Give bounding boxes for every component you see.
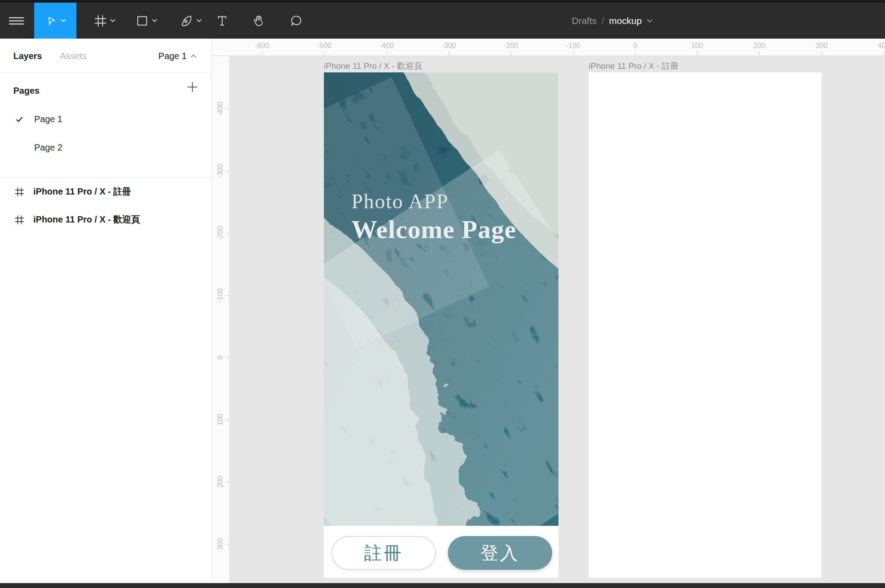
ruler-label: -400 xyxy=(379,42,394,50)
bottom-bar xyxy=(0,583,885,588)
frame-signup[interactable] xyxy=(589,72,821,578)
chevron-up-icon xyxy=(191,54,196,58)
ruler-label: -100 xyxy=(216,288,224,302)
ocean-photo-graphic xyxy=(324,72,558,526)
breadcrumb: Drafts / mockup xyxy=(572,3,653,39)
layer-item-frame-signup[interactable]: iPhone 11 Pro / X - 註冊 xyxy=(0,182,211,202)
frame-tool-button[interactable] xyxy=(84,3,124,39)
tab-assets[interactable]: Assets xyxy=(60,39,87,73)
ruler-label: 0 xyxy=(634,42,638,50)
move-icon xyxy=(44,14,58,28)
comment-icon xyxy=(290,14,303,28)
chevron-down-icon[interactable] xyxy=(647,19,653,23)
text-tool-button[interactable] xyxy=(212,3,232,39)
login-button[interactable]: 登入 xyxy=(448,536,552,570)
hand-tool-button[interactable] xyxy=(249,3,268,39)
horizontal-ruler: -600 -500 -400 -300 -200 -100 0 100 200 … xyxy=(212,39,885,56)
ruler-label: 0 xyxy=(216,356,224,360)
add-page-button[interactable] xyxy=(186,80,199,94)
breadcrumb-file-name[interactable]: mockup xyxy=(609,16,642,26)
hand-icon xyxy=(252,14,265,28)
shape-tool-button[interactable] xyxy=(126,3,166,39)
app-title-text-layer[interactable]: Photo APP xyxy=(351,191,449,212)
ruler-label: -200 xyxy=(504,42,518,50)
ruler-label: -400 xyxy=(216,102,224,116)
main-menu-button[interactable] xyxy=(5,3,28,39)
rectangle-icon xyxy=(136,14,149,28)
page-title-text-layer[interactable]: Welcome Page xyxy=(351,216,516,243)
ruler-label: 200 xyxy=(216,476,224,488)
text-icon xyxy=(215,14,229,28)
ruler-label: 200 xyxy=(753,42,765,50)
left-sidebar: Layers Assets Page 1 Pages Page 1 Page 2… xyxy=(0,39,212,583)
frame-icon xyxy=(14,187,25,197)
chevron-down-icon xyxy=(61,19,66,22)
layer-item-label: iPhone 11 Pro / X - 歡迎頁 xyxy=(33,214,140,226)
ruler-label: 300 xyxy=(816,42,828,50)
frame-icon xyxy=(94,14,107,28)
chevron-down-icon xyxy=(110,19,116,22)
move-tool-button[interactable] xyxy=(34,3,76,39)
frame-title-welcome[interactable]: iPhone 11 Pro / X - 歡迎頁 xyxy=(324,60,422,72)
plus-icon xyxy=(187,81,198,93)
page-item-label: Page 2 xyxy=(34,143,62,153)
ruler-label: -300 xyxy=(442,42,456,50)
breadcrumb-separator: / xyxy=(602,16,604,26)
layer-item-frame-welcome[interactable]: iPhone 11 Pro / X - 歡迎頁 xyxy=(0,210,211,230)
chevron-down-icon xyxy=(152,19,157,22)
ruler-label: -100 xyxy=(566,42,580,50)
vertical-ruler: -400 -300 -200 -100 0 100 200 300 xyxy=(212,39,230,583)
layer-item-label: iPhone 11 Pro / X - 註冊 xyxy=(33,186,131,198)
comment-tool-button[interactable] xyxy=(287,3,306,39)
page-selector[interactable]: Page 1 xyxy=(159,39,196,73)
ruler-label: -300 xyxy=(216,164,224,178)
page-item-page-2[interactable]: Page 2 xyxy=(0,139,211,158)
check-icon xyxy=(16,117,23,123)
ruler-label: -500 xyxy=(317,42,331,50)
ruler-label: 300 xyxy=(216,538,224,550)
pen-tool-button[interactable] xyxy=(171,3,211,39)
frame-icon xyxy=(14,215,25,225)
page-item-page-1[interactable]: Page 1 xyxy=(0,110,211,130)
menu-icon xyxy=(9,13,24,28)
ruler-label: 100 xyxy=(691,42,703,50)
page-selector-label: Page 1 xyxy=(159,51,187,61)
frame-welcome[interactable]: Photo APP Welcome Page 註冊 登入 xyxy=(324,72,558,578)
sidebar-header: Layers Assets Page 1 xyxy=(0,39,211,73)
tab-layers[interactable]: Layers xyxy=(13,39,42,73)
chevron-down-icon xyxy=(196,19,202,22)
breadcrumb-folder[interactable]: Drafts xyxy=(572,16,597,26)
page-item-label: Page 1 xyxy=(34,114,62,124)
ocean-photo[interactable]: Photo APP Welcome Page xyxy=(324,72,558,526)
ruler-label: -600 xyxy=(255,42,269,50)
toolbar: Drafts / mockup xyxy=(0,0,885,39)
signup-button[interactable]: 註冊 xyxy=(331,536,436,570)
ruler-label: 400 xyxy=(878,42,885,50)
frame-title-signup[interactable]: iPhone 11 Pro / X - 註冊 xyxy=(589,60,678,72)
pen-icon xyxy=(180,14,193,28)
ruler-label: -200 xyxy=(216,226,224,240)
pages-section-header: Pages xyxy=(13,86,40,96)
ruler-label: 100 xyxy=(216,414,224,426)
sidebar-divider xyxy=(0,177,211,178)
